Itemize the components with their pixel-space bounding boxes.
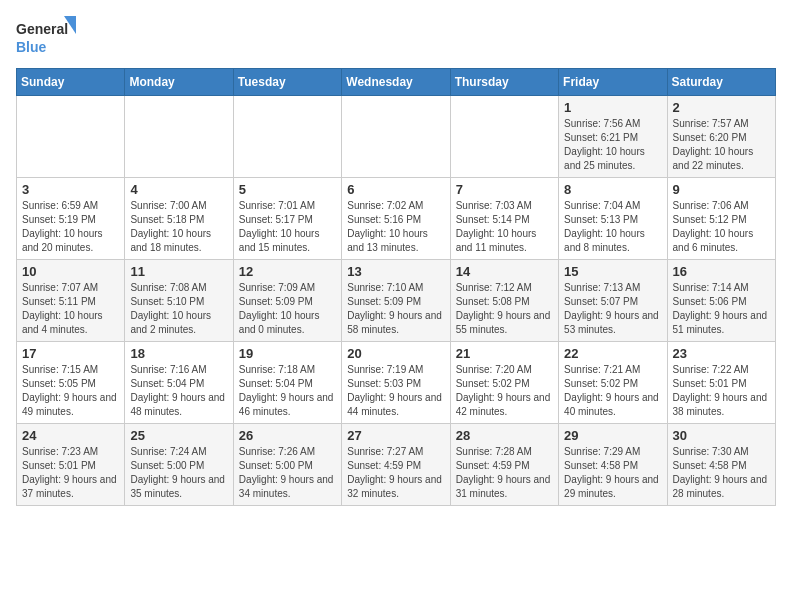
day-number: 8 xyxy=(564,182,661,197)
day-info: Sunrise: 7:27 AM Sunset: 4:59 PM Dayligh… xyxy=(347,445,444,501)
calendar-cell: 16Sunrise: 7:14 AM Sunset: 5:06 PM Dayli… xyxy=(667,260,775,342)
day-info: Sunrise: 7:03 AM Sunset: 5:14 PM Dayligh… xyxy=(456,199,553,255)
calendar-cell: 27Sunrise: 7:27 AM Sunset: 4:59 PM Dayli… xyxy=(342,424,450,506)
day-info: Sunrise: 7:28 AM Sunset: 4:59 PM Dayligh… xyxy=(456,445,553,501)
day-info: Sunrise: 6:59 AM Sunset: 5:19 PM Dayligh… xyxy=(22,199,119,255)
weekday-header: Thursday xyxy=(450,69,558,96)
day-info: Sunrise: 7:14 AM Sunset: 5:06 PM Dayligh… xyxy=(673,281,770,337)
day-number: 10 xyxy=(22,264,119,279)
calendar-cell: 26Sunrise: 7:26 AM Sunset: 5:00 PM Dayli… xyxy=(233,424,341,506)
day-number: 22 xyxy=(564,346,661,361)
day-number: 9 xyxy=(673,182,770,197)
day-number: 26 xyxy=(239,428,336,443)
day-info: Sunrise: 7:00 AM Sunset: 5:18 PM Dayligh… xyxy=(130,199,227,255)
day-info: Sunrise: 7:04 AM Sunset: 5:13 PM Dayligh… xyxy=(564,199,661,255)
calendar-cell: 7Sunrise: 7:03 AM Sunset: 5:14 PM Daylig… xyxy=(450,178,558,260)
calendar-cell: 22Sunrise: 7:21 AM Sunset: 5:02 PM Dayli… xyxy=(559,342,667,424)
day-number: 27 xyxy=(347,428,444,443)
day-info: Sunrise: 7:02 AM Sunset: 5:16 PM Dayligh… xyxy=(347,199,444,255)
day-info: Sunrise: 7:10 AM Sunset: 5:09 PM Dayligh… xyxy=(347,281,444,337)
calendar-cell: 28Sunrise: 7:28 AM Sunset: 4:59 PM Dayli… xyxy=(450,424,558,506)
weekday-header: Saturday xyxy=(667,69,775,96)
calendar-cell: 4Sunrise: 7:00 AM Sunset: 5:18 PM Daylig… xyxy=(125,178,233,260)
calendar-cell xyxy=(17,96,125,178)
weekday-header: Sunday xyxy=(17,69,125,96)
day-number: 4 xyxy=(130,182,227,197)
day-number: 14 xyxy=(456,264,553,279)
day-number: 19 xyxy=(239,346,336,361)
day-info: Sunrise: 7:57 AM Sunset: 6:20 PM Dayligh… xyxy=(673,117,770,173)
calendar-cell: 19Sunrise: 7:18 AM Sunset: 5:04 PM Dayli… xyxy=(233,342,341,424)
calendar-cell: 17Sunrise: 7:15 AM Sunset: 5:05 PM Dayli… xyxy=(17,342,125,424)
calendar-cell: 1Sunrise: 7:56 AM Sunset: 6:21 PM Daylig… xyxy=(559,96,667,178)
day-number: 1 xyxy=(564,100,661,115)
day-info: Sunrise: 7:21 AM Sunset: 5:02 PM Dayligh… xyxy=(564,363,661,419)
day-number: 15 xyxy=(564,264,661,279)
calendar-cell: 5Sunrise: 7:01 AM Sunset: 5:17 PM Daylig… xyxy=(233,178,341,260)
calendar-cell: 29Sunrise: 7:29 AM Sunset: 4:58 PM Dayli… xyxy=(559,424,667,506)
weekday-header: Friday xyxy=(559,69,667,96)
calendar-cell: 21Sunrise: 7:20 AM Sunset: 5:02 PM Dayli… xyxy=(450,342,558,424)
day-number: 29 xyxy=(564,428,661,443)
day-number: 7 xyxy=(456,182,553,197)
calendar-cell: 12Sunrise: 7:09 AM Sunset: 5:09 PM Dayli… xyxy=(233,260,341,342)
calendar-cell xyxy=(125,96,233,178)
calendar-cell: 14Sunrise: 7:12 AM Sunset: 5:08 PM Dayli… xyxy=(450,260,558,342)
day-number: 2 xyxy=(673,100,770,115)
calendar-cell xyxy=(233,96,341,178)
day-info: Sunrise: 7:29 AM Sunset: 4:58 PM Dayligh… xyxy=(564,445,661,501)
day-number: 17 xyxy=(22,346,119,361)
day-number: 11 xyxy=(130,264,227,279)
day-number: 16 xyxy=(673,264,770,279)
calendar-body: 1Sunrise: 7:56 AM Sunset: 6:21 PM Daylig… xyxy=(17,96,776,506)
day-info: Sunrise: 7:30 AM Sunset: 4:58 PM Dayligh… xyxy=(673,445,770,501)
day-info: Sunrise: 7:16 AM Sunset: 5:04 PM Dayligh… xyxy=(130,363,227,419)
logo-icon: GeneralBlue xyxy=(16,16,76,60)
day-info: Sunrise: 7:13 AM Sunset: 5:07 PM Dayligh… xyxy=(564,281,661,337)
calendar-cell: 25Sunrise: 7:24 AM Sunset: 5:00 PM Dayli… xyxy=(125,424,233,506)
day-info: Sunrise: 7:19 AM Sunset: 5:03 PM Dayligh… xyxy=(347,363,444,419)
day-info: Sunrise: 7:09 AM Sunset: 5:09 PM Dayligh… xyxy=(239,281,336,337)
weekday-header: Monday xyxy=(125,69,233,96)
logo: GeneralBlue xyxy=(16,16,76,60)
weekday-header: Tuesday xyxy=(233,69,341,96)
calendar-cell: 18Sunrise: 7:16 AM Sunset: 5:04 PM Dayli… xyxy=(125,342,233,424)
calendar-week-row: 24Sunrise: 7:23 AM Sunset: 5:01 PM Dayli… xyxy=(17,424,776,506)
day-number: 13 xyxy=(347,264,444,279)
day-info: Sunrise: 7:06 AM Sunset: 5:12 PM Dayligh… xyxy=(673,199,770,255)
day-number: 24 xyxy=(22,428,119,443)
day-number: 28 xyxy=(456,428,553,443)
day-number: 20 xyxy=(347,346,444,361)
day-number: 23 xyxy=(673,346,770,361)
day-info: Sunrise: 7:26 AM Sunset: 5:00 PM Dayligh… xyxy=(239,445,336,501)
svg-text:Blue: Blue xyxy=(16,39,47,55)
day-info: Sunrise: 7:18 AM Sunset: 5:04 PM Dayligh… xyxy=(239,363,336,419)
day-number: 25 xyxy=(130,428,227,443)
day-number: 5 xyxy=(239,182,336,197)
calendar-cell: 23Sunrise: 7:22 AM Sunset: 5:01 PM Dayli… xyxy=(667,342,775,424)
calendar-week-row: 3Sunrise: 6:59 AM Sunset: 5:19 PM Daylig… xyxy=(17,178,776,260)
day-info: Sunrise: 7:01 AM Sunset: 5:17 PM Dayligh… xyxy=(239,199,336,255)
calendar-cell xyxy=(450,96,558,178)
day-number: 18 xyxy=(130,346,227,361)
day-info: Sunrise: 7:15 AM Sunset: 5:05 PM Dayligh… xyxy=(22,363,119,419)
calendar-cell: 24Sunrise: 7:23 AM Sunset: 5:01 PM Dayli… xyxy=(17,424,125,506)
day-info: Sunrise: 7:24 AM Sunset: 5:00 PM Dayligh… xyxy=(130,445,227,501)
day-info: Sunrise: 7:12 AM Sunset: 5:08 PM Dayligh… xyxy=(456,281,553,337)
day-number: 12 xyxy=(239,264,336,279)
calendar-week-row: 10Sunrise: 7:07 AM Sunset: 5:11 PM Dayli… xyxy=(17,260,776,342)
calendar-cell xyxy=(342,96,450,178)
calendar-cell: 20Sunrise: 7:19 AM Sunset: 5:03 PM Dayli… xyxy=(342,342,450,424)
calendar-table: SundayMondayTuesdayWednesdayThursdayFrid… xyxy=(16,68,776,506)
day-number: 6 xyxy=(347,182,444,197)
header: GeneralBlue xyxy=(16,16,776,60)
calendar-cell: 8Sunrise: 7:04 AM Sunset: 5:13 PM Daylig… xyxy=(559,178,667,260)
svg-text:General: General xyxy=(16,21,68,37)
calendar-cell: 13Sunrise: 7:10 AM Sunset: 5:09 PM Dayli… xyxy=(342,260,450,342)
calendar-header-row: SundayMondayTuesdayWednesdayThursdayFrid… xyxy=(17,69,776,96)
calendar-cell: 3Sunrise: 6:59 AM Sunset: 5:19 PM Daylig… xyxy=(17,178,125,260)
day-number: 21 xyxy=(456,346,553,361)
calendar-week-row: 1Sunrise: 7:56 AM Sunset: 6:21 PM Daylig… xyxy=(17,96,776,178)
calendar-week-row: 17Sunrise: 7:15 AM Sunset: 5:05 PM Dayli… xyxy=(17,342,776,424)
calendar-cell: 10Sunrise: 7:07 AM Sunset: 5:11 PM Dayli… xyxy=(17,260,125,342)
